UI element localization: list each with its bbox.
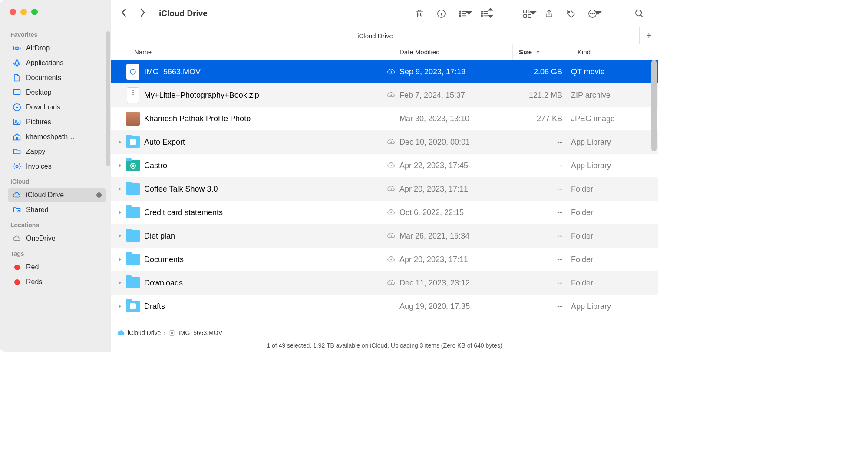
action-button[interactable]	[583, 7, 601, 20]
sidebar-item-invoices[interactable]: Invoices	[8, 159, 106, 174]
disclosure-triangle[interactable]	[116, 163, 124, 168]
forward-button[interactable]	[139, 8, 146, 19]
sidebar-item-icloud-drive[interactable]: iCloud Drive	[8, 188, 106, 202]
icon-view-button[interactable]	[518, 7, 536, 20]
disclosure-triangle[interactable]	[116, 304, 124, 309]
file-row[interactable]: Downloads Dec 11, 2023, 23:12 -- Folder	[111, 271, 658, 295]
sidebar-item-airdrop[interactable]: AirDrop	[8, 41, 106, 56]
path-root[interactable]: iCloud Drive	[128, 329, 161, 336]
minimize-window-button[interactable]	[20, 9, 27, 15]
file-size: --	[519, 278, 571, 288]
sidebar-item-red[interactable]: Red	[8, 260, 106, 275]
search-button[interactable]	[630, 7, 648, 20]
view-button[interactable]	[475, 7, 494, 20]
file-size: --	[519, 138, 571, 147]
sidebar-item-label: Shared	[26, 206, 49, 214]
appfolder-icon	[124, 133, 142, 151]
path-file[interactable]: IMG_5663.MOV	[178, 329, 222, 336]
group-button[interactable]	[454, 7, 472, 20]
file-size: --	[519, 161, 571, 170]
file-icon	[168, 329, 176, 337]
file-row[interactable]: Documents Apr 20, 2023, 17:11 -- Folder	[111, 248, 658, 271]
tag-red-icon	[12, 277, 22, 287]
share-button[interactable]	[540, 7, 558, 20]
disclosure-triangle[interactable]	[116, 257, 124, 262]
file-row[interactable]: Diet plan Mar 26, 2021, 15:34 -- Folder	[111, 224, 658, 248]
file-size: --	[519, 302, 571, 311]
svg-rect-1	[14, 89, 20, 94]
file-row[interactable]: My+Little+Photography+Book.zip Feb 7, 20…	[111, 83, 658, 107]
sidebar-item-onedrive[interactable]: OneDrive	[8, 231, 106, 246]
file-name: Diet plan	[142, 232, 383, 241]
disclosure-triangle[interactable]	[116, 280, 124, 285]
sidebar-item-zappy[interactable]: Zappy	[8, 144, 106, 159]
zoom-window-button[interactable]	[31, 9, 38, 15]
sidebar-item-documents[interactable]: Documents	[8, 70, 106, 85]
close-window-button[interactable]	[10, 9, 16, 15]
sidebar-item-desktop[interactable]: Desktop	[8, 85, 106, 100]
disclosure-triangle[interactable]	[116, 186, 124, 192]
main-scrollbar[interactable]	[651, 60, 657, 151]
cloud-download-icon[interactable]	[383, 162, 399, 169]
back-button[interactable]	[121, 8, 128, 19]
window-controls	[0, 0, 111, 23]
file-size: 277 KB	[519, 114, 571, 123]
info-button[interactable]	[432, 7, 450, 20]
cloud-download-icon[interactable]	[383, 91, 399, 99]
file-row[interactable]: Drafts Aug 19, 2020, 17:35 -- App Librar…	[111, 295, 658, 318]
file-kind: JPEG image	[571, 114, 658, 123]
file-list[interactable]: IMG_5663.MOV Sep 9, 2023, 17:19 2.06 GB …	[111, 60, 658, 326]
disclosure-triangle[interactable]	[116, 233, 124, 239]
disclosure-triangle[interactable]	[116, 210, 124, 215]
cloud-download-icon[interactable]	[383, 279, 399, 287]
cloud-download-icon[interactable]	[383, 209, 399, 216]
file-row[interactable]: Castro Apr 22, 2023, 17:45 -- App Librar…	[111, 154, 658, 177]
cloud-download-icon[interactable]	[383, 185, 399, 193]
new-tab-button[interactable]: +	[640, 27, 658, 44]
cloud-download-icon[interactable]	[383, 68, 399, 76]
file-kind: Folder	[571, 185, 658, 194]
svg-point-20	[590, 13, 591, 14]
file-name: Auto Export	[142, 138, 383, 147]
cloud-download-icon[interactable]	[383, 232, 399, 240]
file-row[interactable]: Auto Export Dec 10, 2020, 00:01 -- App L…	[111, 130, 658, 154]
file-date: Sep 9, 2023, 17:19	[399, 67, 519, 76]
tab-label: iCloud Drive	[357, 32, 393, 40]
file-row[interactable]: Coffee Talk Show 3.0 Apr 20, 2023, 17:11…	[111, 177, 658, 201]
column-kind[interactable]: Kind	[571, 44, 658, 60]
file-date: Aug 19, 2020, 17:35	[399, 302, 519, 311]
file-name: My+Little+Photography+Book.zip	[142, 91, 383, 100]
sidebar-item-pictures[interactable]: Pictures	[8, 115, 106, 129]
svg-rect-16	[523, 14, 526, 17]
sidebar-item-downloads[interactable]: Downloads	[8, 100, 106, 115]
sidebar-item-khamoshpath-[interactable]: khamoshpath…	[8, 129, 106, 144]
file-row[interactable]: Khamosh Pathak Profile Photo Mar 30, 202…	[111, 107, 658, 130]
cloud-icon	[117, 329, 125, 337]
file-row[interactable]: IMG_5663.MOV Sep 9, 2023, 17:19 2.06 GB …	[111, 60, 658, 83]
file-kind: Folder	[571, 278, 658, 288]
sidebar-item-reds[interactable]: Reds	[8, 275, 106, 289]
file-row[interactable]: Credit card statements Oct 6, 2022, 22:1…	[111, 201, 658, 224]
column-date[interactable]: Date Modified	[393, 44, 512, 60]
sidebar-scrollbar[interactable]	[106, 31, 110, 166]
cloud-download-icon[interactable]	[383, 255, 399, 263]
svg-point-6	[18, 210, 20, 212]
file-kind: Folder	[571, 208, 658, 217]
tags-button[interactable]	[561, 7, 580, 20]
tab-icloud-drive[interactable]: iCloud Drive	[111, 27, 640, 44]
file-kind: QT movie	[571, 67, 658, 76]
file-size: --	[519, 255, 571, 264]
sidebar-scroll[interactable]: FavoritesAirDropApplicationsDocumentsDes…	[0, 23, 111, 352]
cloud-download-icon[interactable]	[383, 138, 399, 146]
column-name[interactable]: Name	[134, 44, 393, 60]
pictures-icon	[12, 117, 22, 127]
sidebar-item-applications[interactable]: Applications	[8, 56, 106, 70]
gear-icon	[12, 162, 22, 171]
column-size[interactable]: Size	[512, 44, 571, 60]
svg-point-11	[481, 11, 482, 12]
sidebar-item-shared[interactable]: Shared	[8, 202, 106, 217]
svg-point-28	[171, 332, 173, 334]
disclosure-triangle[interactable]	[116, 139, 124, 145]
trash-button[interactable]	[410, 7, 429, 20]
sidebar-item-label: iCloud Drive	[26, 191, 64, 199]
